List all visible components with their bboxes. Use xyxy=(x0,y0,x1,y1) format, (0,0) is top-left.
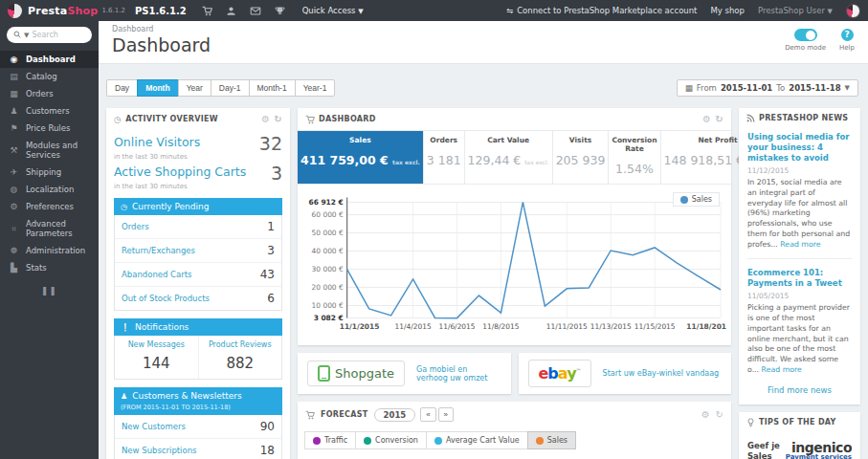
refresh-icon[interactable]: ↻ xyxy=(716,409,723,420)
svg-text:11/18/201: 11/18/201 xyxy=(686,322,726,331)
sidebar-item-catalog[interactable]: ▤Catalog xyxy=(0,68,99,85)
gear-icon[interactable]: ⚙ xyxy=(701,409,710,420)
demo-mode-toggle[interactable] xyxy=(794,29,817,41)
read-more-link[interactable]: Read more xyxy=(780,240,820,249)
find-more-news-link[interactable]: Find more news xyxy=(747,385,852,395)
modules-icon: ⚒ xyxy=(9,145,19,155)
active-carts-value: 3 xyxy=(271,164,282,183)
product-reviews-cell[interactable]: Product Reviews882 xyxy=(198,336,282,379)
sales-legend-label: Sales xyxy=(692,195,712,204)
brand-shop: Shop xyxy=(67,5,98,17)
sidebar-item-customers[interactable]: ♟Customers xyxy=(0,102,99,120)
customer-icon[interactable] xyxy=(226,6,236,16)
filter-year-button[interactable]: Year xyxy=(178,79,211,97)
marketplace-connect-link[interactable]: ⇋Connect to PrestaShop Marketplace accou… xyxy=(506,6,697,15)
read-more-link[interactable]: Read more xyxy=(762,365,802,374)
pending-row-out-of-stock[interactable]: Out of Stock Products6 xyxy=(115,287,281,310)
news-article-title[interactable]: Using social media for your business: 4 … xyxy=(747,132,852,164)
news-article-excerpt: In 2015, social media are an integral pa… xyxy=(747,178,852,250)
user-menu[interactable]: PrestaShop User ▼ xyxy=(758,6,833,15)
kpi-sales[interactable]: Sales411 759,00 € tax excl. xyxy=(298,131,424,184)
customers-row-new-subscriptions[interactable]: New Subscriptions18 xyxy=(115,439,281,459)
sidebar-item-label: Dashboard xyxy=(26,55,76,64)
filter-month-1-button[interactable]: Month-1 xyxy=(249,79,296,97)
kpi-orders[interactable]: Orders3 181 xyxy=(424,131,465,184)
sidebar-item-price-rules[interactable]: ⚑Price Rules xyxy=(0,120,99,137)
trophy-icon[interactable] xyxy=(275,6,285,16)
currently-pending-header: ◷Currently Pending xyxy=(114,198,282,215)
sidebar-item-dashboard[interactable]: ◉Dashboard xyxy=(0,51,99,68)
sidebar-item-advanced-parameters[interactable]: ⌗Advanced Parameters xyxy=(0,215,99,242)
mail-icon[interactable] xyxy=(250,6,261,16)
filter-month-button[interactable]: Month xyxy=(137,79,179,97)
my-shop-link[interactable]: My shop xyxy=(710,6,744,15)
sales-legend-dot xyxy=(680,196,688,204)
chevron-down-icon[interactable]: ▼ xyxy=(24,32,29,39)
forecast-next-button[interactable]: » xyxy=(438,407,454,422)
search-input[interactable] xyxy=(32,31,81,39)
news-article-title[interactable]: Ecommerce 101: Payments in a Tweet xyxy=(747,268,852,289)
customers-icon: ♟ xyxy=(9,106,19,116)
pending-row-returns[interactable]: Return/Exchanges3 xyxy=(115,239,281,263)
date-range-picker[interactable]: ▦ From2015-11-01 To2015-11-18 ▼ xyxy=(677,79,858,97)
kpi-conversion-rate[interactable]: Conversion Rate1.54% xyxy=(609,131,660,184)
sidebar-item-modules[interactable]: ⚒Modules and Services xyxy=(0,137,99,164)
filter-day-1-button[interactable]: Day-1 xyxy=(211,79,250,97)
filter-year-1-button[interactable]: Year-1 xyxy=(295,79,336,97)
dashboard-panel: DASHBOARD ⚙ ↻ Sales411 759,00 € tax excl… xyxy=(298,108,731,345)
quick-access-menu[interactable]: Quick Access ▼ xyxy=(302,6,364,15)
svg-text:66 912 €: 66 912 € xyxy=(308,198,343,207)
sidebar-item-orders[interactable]: ▦Orders xyxy=(0,85,99,102)
shopgate-promo-panel: Shopgate Ga mobiel en verhoog uw omzet xyxy=(298,353,511,394)
gear-icon[interactable]: ⚙ xyxy=(702,114,711,124)
person-icon: ♟ xyxy=(121,392,127,401)
shopgate-link[interactable]: Ga mobiel en verhoog uw omzet xyxy=(416,365,501,382)
cart-icon[interactable] xyxy=(202,6,212,16)
forecast-prev-button[interactable]: « xyxy=(420,407,435,422)
sidebar-item-localization[interactable]: ◍Localization xyxy=(0,181,99,198)
sidebar-search[interactable]: ▼ xyxy=(7,27,92,43)
forecast-average-cart-value-toggle[interactable]: Average Cart Value xyxy=(426,431,528,449)
forecast-legend: Traffic Conversion Average Cart Value Sa… xyxy=(298,427,731,459)
pending-row-abandoned-carts[interactable]: Abandoned Carts43 xyxy=(115,263,281,287)
forecast-year-pill[interactable]: 2015 xyxy=(374,408,416,422)
online-visitors-link[interactable]: Online Visitors xyxy=(114,135,200,149)
filter-day-button[interactable]: Day xyxy=(106,79,138,97)
sidebar: ▼ ◉Dashboard ▤Catalog ▦Orders ♟Customers… xyxy=(0,21,99,459)
average-cart-value-dot xyxy=(434,437,442,445)
help-icon[interactable]: ? xyxy=(841,29,854,41)
gear-icon[interactable]: ⚙ xyxy=(261,114,270,124)
forecast-panel: FORECAST 2015 « » ⚙ ↻ Traffic Conversion xyxy=(298,402,731,459)
notifications-header: ❕Notifications xyxy=(114,318,282,336)
sidebar-item-shipping[interactable]: ✈Shipping xyxy=(0,164,99,181)
active-carts-link[interactable]: Active Shopping Carts xyxy=(114,164,246,179)
kpi-cart-value[interactable]: Cart Value129,44 € tax excl. xyxy=(465,131,553,184)
refresh-icon[interactable]: ↻ xyxy=(715,114,723,124)
news-article-excerpt: Picking a payment provider is one of the… xyxy=(747,303,852,375)
sidebar-item-stats[interactable]: ▙Stats xyxy=(0,259,99,276)
search-icon xyxy=(13,31,21,40)
forecast-panel-title: FORECAST xyxy=(321,410,368,419)
sidebar-item-label: Modules and Services xyxy=(26,141,90,160)
refresh-icon[interactable]: ↻ xyxy=(274,114,282,124)
rss-icon xyxy=(746,114,755,122)
forecast-sales-toggle[interactable]: Sales xyxy=(527,431,576,449)
new-messages-cell[interactable]: New Messages144 xyxy=(115,336,198,379)
ebay-letter: a xyxy=(558,364,567,382)
kpi-visits[interactable]: Visits205 939 xyxy=(553,131,610,184)
avatar[interactable] xyxy=(846,4,860,18)
svg-text:11/15/2015: 11/15/2015 xyxy=(634,322,676,331)
sales-dot xyxy=(536,437,544,445)
sidebar-item-preferences[interactable]: ⚙Preferences xyxy=(0,198,99,215)
pending-row-orders[interactable]: Orders1 xyxy=(115,215,281,239)
version-small: 1.6.1.2 xyxy=(101,7,125,14)
sidebar-item-administration[interactable]: ☸Administration xyxy=(0,242,99,259)
advanced-parameters-icon: ⌗ xyxy=(9,224,19,234)
customers-row-new-customers[interactable]: New Customers90 xyxy=(115,415,281,439)
sidebar-collapse-button[interactable]: ❚❚ xyxy=(0,286,99,295)
ebay-letter: b xyxy=(547,364,557,382)
forecast-conversion-toggle[interactable]: Conversion xyxy=(355,431,427,449)
forecast-traffic-toggle[interactable]: Traffic xyxy=(304,431,356,449)
prestashop-logo-icon xyxy=(8,4,22,18)
ebay-link[interactable]: Start uw eBay-winkel vandaag xyxy=(603,369,720,378)
